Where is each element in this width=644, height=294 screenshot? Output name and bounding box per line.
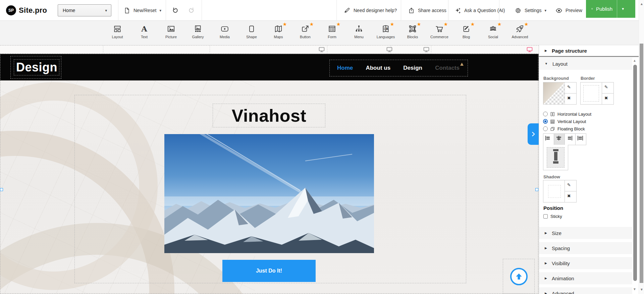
nav-menu-item[interactable]: Design	[403, 65, 422, 71]
scrollbar-down-icon[interactable]: ▼	[640, 288, 643, 291]
toolbar-item[interactable]: ★ Shape	[238, 21, 265, 45]
toolbar-item[interactable]: A ★ Languages	[372, 21, 399, 45]
align-left-button[interactable]	[543, 133, 554, 145]
settings-button[interactable]: Settings ▾	[515, 0, 546, 21]
border-clear-button[interactable]: ✖	[602, 94, 613, 104]
new-reset-button[interactable]: New/Reset ▾	[123, 0, 161, 21]
toolbar-item[interactable]: ★ Media	[211, 21, 238, 45]
page-select-value: Home	[63, 8, 75, 13]
hero-title-text[interactable]: Vinahost	[232, 106, 307, 126]
toolbar-item[interactable]: ★ Blocks	[399, 21, 426, 45]
element-toolbar-items: ★ Layout A ★ Text ★ Picture ★ Gallery	[104, 21, 533, 45]
toolbar-item-icon	[516, 24, 524, 33]
panel-section-header[interactable]: ▶ Spacing	[539, 242, 632, 254]
shadow-thumbnail[interactable]	[543, 180, 565, 202]
toolbar-item[interactable]: ★ Button	[292, 21, 319, 45]
toolbar-item[interactable]: ★ Layout	[104, 21, 131, 45]
window-scrollbar[interactable]: ▲ ▼	[639, 0, 644, 294]
nav-menu-item[interactable]: Home	[337, 65, 353, 71]
panel-scrollbar[interactable]	[633, 65, 637, 281]
sticky-option[interactable]: Sticky	[543, 214, 562, 219]
editor-canvas: Design Home About us Design Contacts Vin…	[0, 45, 539, 294]
site-header-block[interactable]: Design Home About us Design Contacts	[0, 54, 539, 80]
toolbar-item[interactable]: ★ Menu	[345, 21, 372, 45]
toolbar-item-label: Advanced	[512, 35, 528, 39]
toolbar-item-icon	[113, 24, 122, 33]
page-structure-header[interactable]: ▶ Page structure	[539, 45, 639, 57]
panel-section-header[interactable]: ▶ Advanced	[539, 287, 632, 294]
ask-ai-button[interactable]: Ask a Question (AI)	[454, 0, 505, 21]
monitor-icon[interactable]	[319, 47, 326, 54]
shadow-widget: ✎ ✖	[543, 180, 577, 202]
preview-button[interactable]: Preview	[555, 0, 582, 21]
pencil-icon: ✎	[604, 84, 611, 92]
panel-scroll-down-icon[interactable]: ▼	[633, 287, 636, 291]
toolbar-item-label: Button	[300, 35, 311, 39]
star-badge-icon: ★	[390, 22, 394, 26]
layout-mode-option[interactable]: Vertical Layout	[543, 118, 586, 125]
shadow-clear-button[interactable]: ✖	[565, 191, 576, 202]
toolbar-item[interactable]: ★ Picture	[158, 21, 184, 45]
chevron-down-icon: ▾	[159, 8, 161, 13]
monitor-icon[interactable]	[423, 47, 430, 54]
checkbox-icon[interactable]	[543, 214, 548, 219]
border-thumbnail[interactable]	[581, 82, 602, 104]
background-clear-button[interactable]: ✖	[565, 94, 576, 104]
layout-section-header[interactable]: ▼ Layout	[539, 58, 632, 70]
resize-handle-right[interactable]	[535, 188, 538, 191]
toolbar-item[interactable]: ★ Social	[480, 21, 506, 45]
toolbar-item[interactable]: ★ Maps	[265, 21, 292, 45]
scrollbar-thumb[interactable]	[640, 44, 643, 283]
toolbar-item[interactable]: ★ Form	[319, 21, 345, 45]
toolbar-item[interactable]: ★ Commerce	[426, 21, 453, 45]
toolbar-item[interactable]: ★ Gallery	[184, 21, 211, 45]
align-right-button[interactable]	[565, 133, 576, 145]
panel-section-header[interactable]: ▶ Size	[539, 227, 632, 239]
background-thumbnail[interactable]	[543, 82, 565, 104]
toolbar-item-icon: A	[381, 24, 390, 33]
toolbar-item-label: Media	[220, 35, 230, 39]
toolbar-item[interactable]: A ★ Text	[131, 21, 158, 45]
nav-menu-item[interactable]: Contacts	[435, 65, 460, 71]
border-edit-button[interactable]: ✎	[602, 82, 613, 94]
toolbar-item-label: Form	[328, 35, 336, 39]
toolbar-item[interactable]: ★ Blog	[453, 21, 480, 45]
eye-icon	[555, 7, 562, 14]
panel-section-header[interactable]: ▶ Animation	[539, 272, 632, 284]
undo-button[interactable]	[172, 6, 179, 13]
monitor-icon-active[interactable]	[527, 47, 534, 54]
share-access-button[interactable]: Share access	[408, 0, 446, 21]
radio-icon	[543, 119, 548, 124]
hero-title-block[interactable]: Vinahost	[213, 104, 325, 127]
toolbar-item[interactable]: ★ Advanced	[506, 21, 533, 45]
redo-button[interactable]	[188, 6, 195, 13]
align-justify-button[interactable]	[575, 133, 586, 145]
page-select-dropdown[interactable]: Home ▾	[58, 4, 111, 16]
site-logo-text[interactable]: Design	[16, 60, 57, 74]
publish-button[interactable]: Publish ▼	[586, 0, 635, 18]
panel-scroll-up-icon[interactable]: ▲	[633, 59, 636, 62]
x-icon: ✖	[567, 96, 574, 103]
cursor-marker-icon	[460, 63, 464, 66]
publish-dropdown-button[interactable]: ▼	[617, 7, 629, 11]
page-icon	[123, 7, 130, 14]
site-logo-block[interactable]: Design	[14, 59, 59, 75]
layout-mode-option[interactable]: Floating Block	[543, 125, 585, 132]
scrollbar-up-icon[interactable]: ▲	[640, 2, 643, 6]
shadow-edit-button[interactable]: ✎	[565, 180, 576, 191]
site-nav-menu[interactable]: Home About us Design Contacts	[329, 60, 468, 76]
layout-mode-option[interactable]: Horizontal Layout	[543, 111, 591, 117]
resize-handle-left[interactable]	[0, 188, 3, 191]
monitor-icon[interactable]	[386, 47, 393, 54]
position-heading: Position	[543, 205, 563, 211]
cta-button[interactable]: Just Do It!	[222, 260, 316, 282]
align-center-button[interactable]	[554, 133, 565, 145]
panel-collapse-button[interactable]	[528, 123, 539, 145]
nav-menu-item[interactable]: About us	[366, 65, 390, 71]
panel-section-header[interactable]: ▶ Visibility	[539, 257, 632, 269]
mountain-picture[interactable]	[164, 134, 374, 253]
designer-help-button[interactable]: Need designer help?	[343, 0, 397, 21]
vertical-align-preview[interactable]	[543, 145, 568, 170]
background-edit-button[interactable]: ✎	[565, 82, 576, 94]
scroll-to-top-button[interactable]	[510, 268, 528, 285]
